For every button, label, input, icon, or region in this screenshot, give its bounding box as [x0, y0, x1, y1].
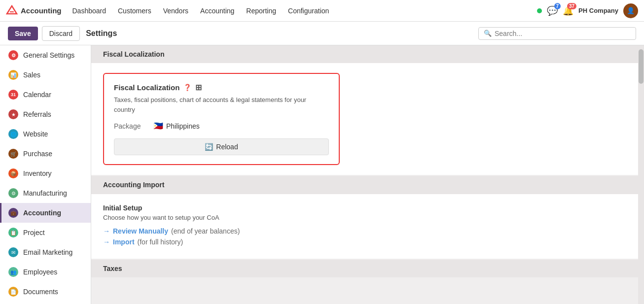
sales-icon: 📊 — [8, 70, 18, 80]
nav-reporting[interactable]: Reporting — [241, 5, 281, 17]
email-marketing-icon: ✉ — [8, 247, 18, 257]
toolbar: Save Discard Settings 🔍 — [0, 22, 644, 45]
initial-setup-desc: Choose how you want to setup your CoA — [103, 214, 632, 221]
nav-configuration[interactable]: Configuration — [283, 5, 334, 17]
arrow-icon-1: → — [103, 227, 110, 235]
main-layout: ⚙ General Settings 📊 Sales 31 Calendar ★… — [0, 45, 644, 304]
sidebar-label-website: Website — [23, 130, 48, 138]
sidebar-label-manufacturing: Manufacturing — [23, 189, 67, 197]
discard-button[interactable]: Discard — [42, 26, 80, 41]
sidebar-item-purchase[interactable]: 🛒 Purchase — [0, 144, 91, 164]
nav-accounting[interactable]: Accounting — [195, 5, 239, 17]
sidebar-label-accounting: Accounting — [23, 209, 61, 217]
status-indicator — [537, 8, 542, 13]
search-input[interactable] — [495, 30, 631, 37]
fl-help-icon[interactable]: ❓ — [183, 84, 191, 91]
page-title: Settings — [86, 29, 117, 38]
sidebar-label-sales: Sales — [23, 71, 40, 79]
employees-icon: 👥 — [8, 267, 18, 277]
sidebar-item-referrals[interactable]: ★ Referrals — [0, 104, 91, 124]
inventory-icon: 📦 — [8, 169, 18, 178]
fl-package-label: Package — [114, 122, 148, 130]
fl-package-row: Package 🇵🇭 Philippines — [114, 121, 329, 131]
svg-marker-0 — [7, 6, 17, 14]
messages-button[interactable]: 💬 7 — [547, 5, 558, 16]
taxes-header-label: Taxes — [103, 265, 122, 272]
sidebar-item-documents[interactable]: 📄 Documents — [0, 282, 91, 302]
review-manually-link[interactable]: → Review Manually (end of year balances) — [103, 227, 632, 235]
fl-flag: 🇵🇭 — [153, 121, 163, 131]
arrow-icon-2: → — [103, 238, 110, 246]
fl-package-country: Philippines — [166, 122, 200, 130]
app-logo-icon — [6, 5, 18, 17]
sidebar: ⚙ General Settings 📊 Sales 31 Calendar ★… — [0, 45, 91, 304]
import-suffix: (for full history) — [138, 238, 183, 246]
purchase-icon: 🛒 — [8, 149, 18, 159]
referrals-icon: ★ — [8, 109, 18, 119]
sidebar-item-inventory[interactable]: 📦 Inventory — [0, 164, 91, 183]
reload-icon: 🔄 — [205, 143, 213, 151]
import-label: Import — [113, 238, 135, 246]
reload-label: Reload — [216, 143, 238, 151]
review-manually-suffix: (end of year balances) — [171, 227, 240, 235]
sidebar-label-purchase: Purchase — [23, 150, 52, 158]
sidebar-label-email-marketing: Email Marketing — [23, 248, 72, 256]
sidebar-label-general-settings: General Settings — [23, 51, 74, 59]
sidebar-item-project[interactable]: 📋 Project — [0, 223, 91, 242]
accounting-icon: 💼 — [8, 208, 18, 218]
sidebar-item-sales[interactable]: 📊 Sales — [0, 65, 91, 85]
fiscal-localization-header: Fiscal Localization — [91, 45, 644, 63]
website-icon: 🌐 — [8, 129, 18, 139]
alerts-button[interactable]: 🔔 37 — [563, 5, 573, 16]
fl-description: Taxes, fiscal positions, chart of accoun… — [114, 95, 329, 114]
sidebar-item-website[interactable]: 🌐 Website — [0, 124, 91, 144]
sidebar-label-project: Project — [23, 229, 45, 236]
taxes-header: Taxes — [91, 260, 644, 277]
company-name[interactable]: PH Company — [578, 7, 618, 14]
sidebar-item-calendar[interactable]: 31 Calendar — [0, 85, 91, 104]
review-manually-label: Review Manually — [113, 227, 168, 235]
scrollbar-track — [638, 45, 644, 304]
initial-setup-title: Initial Setup — [103, 204, 632, 212]
accounting-import-header: Accounting Import — [91, 176, 644, 194]
project-icon: 📋 — [8, 228, 18, 237]
fl-package-value: 🇵🇭 Philippines — [153, 121, 200, 131]
sidebar-item-email-marketing[interactable]: ✉ Email Marketing — [0, 242, 91, 262]
general-settings-icon: ⚙ — [8, 50, 18, 60]
messages-badge: 7 — [554, 3, 561, 9]
sidebar-label-documents: Documents — [23, 288, 58, 296]
nav-vendors[interactable]: Vendors — [158, 5, 193, 17]
top-nav: Accounting Dashboard Customers Vendors A… — [0, 0, 644, 22]
alerts-badge: 37 — [567, 3, 576, 9]
nav-dashboard[interactable]: Dashboard — [68, 5, 111, 17]
fl-grid-icon[interactable]: ⊞ — [195, 83, 202, 92]
app-name: Accounting — [21, 6, 62, 15]
sidebar-item-employees[interactable]: 👥 Employees — [0, 262, 91, 282]
save-button[interactable]: Save — [8, 27, 38, 40]
sidebar-label-calendar: Calendar — [23, 91, 51, 99]
nav-right: 💬 7 🔔 37 PH Company 👤 — [537, 3, 638, 18]
nav-customers[interactable]: Customers — [113, 5, 156, 17]
fiscal-localization-card: Fiscal Localization ❓ ⊞ Taxes, fiscal po… — [103, 73, 340, 165]
manufacturing-icon: ⚙ — [8, 188, 18, 198]
reload-button[interactable]: 🔄 Reload — [114, 138, 329, 155]
sidebar-item-general-settings[interactable]: ⚙ General Settings — [0, 45, 91, 65]
fiscal-localization-body: Fiscal Localization ❓ ⊞ Taxes, fiscal po… — [91, 63, 644, 175]
app-logo[interactable]: Accounting — [6, 5, 62, 17]
user-avatar[interactable]: 👤 — [623, 3, 638, 18]
fl-title-text: Fiscal Localization — [114, 83, 179, 92]
accounting-import-header-label: Accounting Import — [103, 181, 164, 189]
main-content: Fiscal Localization Fiscal Localization … — [91, 45, 644, 304]
fl-card-title: Fiscal Localization ❓ ⊞ — [114, 83, 329, 92]
sidebar-item-manufacturing[interactable]: ⚙ Manufacturing — [0, 183, 91, 203]
sidebar-item-accounting[interactable]: 💼 Accounting — [0, 203, 91, 223]
import-link[interactable]: → Import (for full history) — [103, 238, 632, 246]
sidebar-label-employees: Employees — [23, 268, 57, 276]
scrollbar-thumb[interactable] — [639, 49, 644, 84]
search-icon: 🔍 — [484, 30, 492, 37]
fiscal-localization-header-label: Fiscal Localization — [103, 50, 164, 58]
accounting-import-body: Initial Setup Choose how you want to set… — [91, 194, 644, 259]
calendar-icon: 31 — [8, 90, 18, 100]
search-bar: 🔍 — [478, 27, 636, 40]
sidebar-label-referrals: Referrals — [23, 110, 51, 118]
